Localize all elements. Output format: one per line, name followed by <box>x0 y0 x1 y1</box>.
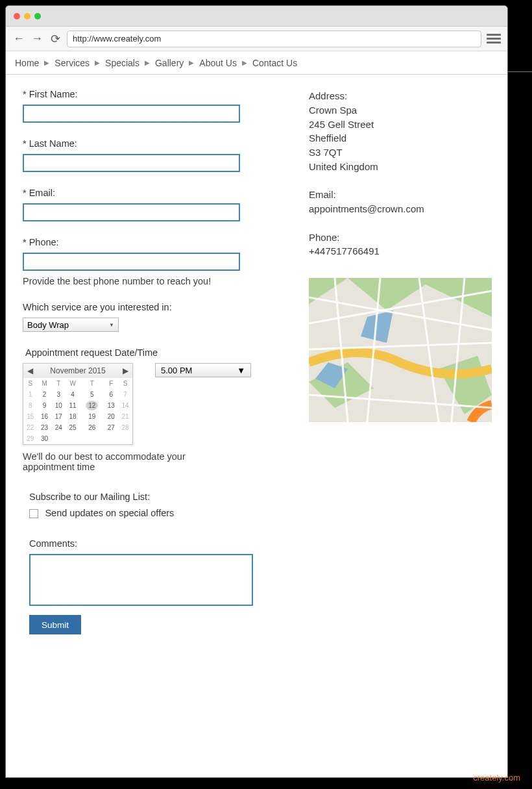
forward-button[interactable]: → <box>30 32 43 45</box>
email-label: Email: <box>309 188 490 202</box>
url-text: http://www.creately.com <box>73 34 161 44</box>
nav-gallery[interactable]: Gallery <box>155 58 184 68</box>
nav-services[interactable]: Services <box>54 58 90 68</box>
calendar-day[interactable]: 26 <box>80 422 104 433</box>
chevron-down-icon: ▼ <box>109 322 114 328</box>
calendar-day[interactable]: 1 <box>23 389 38 400</box>
window-titlebar <box>6 6 507 27</box>
service-label: Which service are you interested in: <box>23 302 276 312</box>
calendar-day[interactable]: 2 <box>38 389 52 400</box>
appointment-label: Appointment request Date/Time <box>25 347 276 358</box>
calendar-month: November 2015 <box>33 366 123 375</box>
comments-textarea[interactable] <box>29 554 253 606</box>
phone-label: * Phone: <box>23 237 276 247</box>
calendar-day[interactable]: 28 <box>118 422 132 433</box>
last-name-input[interactable] <box>23 154 240 172</box>
browser-toolbar: ← → ⟳ http://www.creately.com <box>6 27 507 51</box>
site-nav: Home▶ Services▶ Specials▶ Gallery▶ About… <box>6 51 507 75</box>
calendar-day[interactable]: 30 <box>38 433 52 444</box>
back-button[interactable]: ← <box>12 32 25 45</box>
calendar-day[interactable]: 13 <box>104 400 118 411</box>
service-select[interactable]: Body Wrap ▼ <box>23 318 119 332</box>
calendar-day[interactable]: 25 <box>66 422 80 433</box>
calendar-day[interactable]: 29 <box>23 433 38 444</box>
address-line: 245 Gell Street <box>309 118 490 132</box>
calendar-day[interactable]: 6 <box>104 389 118 400</box>
address-line: Sheffield <box>309 131 490 145</box>
first-name-label: * First Name: <box>23 89 276 99</box>
connector-line <box>508 71 532 72</box>
calendar-day[interactable]: 9 <box>38 400 52 411</box>
appointment-hint: We'll do our best to accommodate your ap… <box>23 451 217 472</box>
calendar-grid: SMTWTFS 12345678910111213141516171819202… <box>23 378 132 444</box>
address-bar[interactable]: http://www.creately.com <box>67 31 481 47</box>
subscribe-label: Subscribe to our Mailing List: <box>29 492 276 502</box>
phone-input[interactable] <box>23 253 240 271</box>
calendar-day[interactable]: 4 <box>66 389 80 400</box>
map-image <box>309 278 492 422</box>
calendar-day[interactable]: 19 <box>80 411 104 422</box>
cal-next-icon[interactable]: ▶ <box>123 366 128 375</box>
last-name-label: * Last Name: <box>23 138 276 149</box>
reload-button[interactable]: ⟳ <box>49 32 62 46</box>
calendar-day[interactable]: 8 <box>23 400 38 411</box>
calendar-day[interactable] <box>66 433 80 444</box>
subscribe-checkbox[interactable] <box>29 509 38 518</box>
browser-window: ← → ⟳ http://www.creately.com Home▶ Serv… <box>5 5 508 778</box>
chevron-right-icon: ▶ <box>242 59 247 66</box>
nav-contact[interactable]: Contact Us <box>252 58 297 68</box>
email-value: appointments@crown.com <box>309 202 490 216</box>
subscribe-option: Send updates on special offers <box>45 508 174 518</box>
contact-info: Address: Crown Spa 245 Gell Street Sheff… <box>309 89 490 650</box>
chevron-right-icon: ▶ <box>44 59 49 66</box>
calendar-day[interactable]: 18 <box>66 411 80 422</box>
maximize-icon[interactable] <box>34 13 41 19</box>
nav-about[interactable]: About Us <box>199 58 237 68</box>
service-value: Body Wrap <box>27 320 69 330</box>
watermark: creately.com <box>473 773 520 783</box>
minimize-icon[interactable] <box>24 13 30 19</box>
calendar-day[interactable]: 7 <box>118 389 132 400</box>
phone-info-label: Phone: <box>309 231 490 245</box>
chevron-right-icon: ▶ <box>145 59 150 66</box>
comments-label: Comments: <box>29 538 276 549</box>
phone-value: +447517766491 <box>309 244 490 258</box>
nav-specials[interactable]: Specials <box>105 58 139 68</box>
calendar-day[interactable]: 20 <box>104 411 118 422</box>
calendar[interactable]: ◀ November 2015 ▶ SMTWTFS 12345678910111… <box>23 363 133 445</box>
chevron-right-icon: ▶ <box>189 59 194 66</box>
chevron-down-icon: ▼ <box>237 366 245 375</box>
calendar-day[interactable]: 21 <box>118 411 132 422</box>
calendar-day[interactable]: 11 <box>66 400 80 411</box>
calendar-day[interactable]: 16 <box>38 411 52 422</box>
address-line: Crown Spa <box>309 103 490 118</box>
cal-prev-icon[interactable]: ◀ <box>27 366 33 375</box>
address-line: S3 7QT <box>309 145 490 160</box>
calendar-day[interactable]: 24 <box>52 422 66 433</box>
first-name-input[interactable] <box>23 105 240 123</box>
email-input[interactable] <box>23 203 240 221</box>
calendar-day[interactable]: 14 <box>118 400 132 411</box>
calendar-day[interactable] <box>118 433 132 444</box>
calendar-day[interactable]: 5 <box>80 389 104 400</box>
menu-icon[interactable] <box>487 34 501 44</box>
calendar-day[interactable]: 22 <box>23 422 38 433</box>
contact-form: * First Name: * Last Name: * Email: * Ph… <box>23 89 276 650</box>
calendar-day[interactable] <box>80 433 104 444</box>
calendar-day[interactable]: 15 <box>23 411 38 422</box>
calendar-day[interactable]: 10 <box>52 400 66 411</box>
calendar-day[interactable]: 17 <box>52 411 66 422</box>
calendar-day[interactable]: 23 <box>38 422 52 433</box>
calendar-day[interactable] <box>52 433 66 444</box>
submit-button[interactable]: Submit <box>29 615 81 634</box>
calendar-day[interactable]: 3 <box>52 389 66 400</box>
email-label: * Email: <box>23 188 276 198</box>
time-select[interactable]: 5.00 PM ▼ <box>155 363 251 377</box>
calendar-day[interactable]: 12 <box>80 400 104 411</box>
nav-home[interactable]: Home <box>15 58 39 68</box>
calendar-day[interactable] <box>104 433 118 444</box>
close-icon[interactable] <box>14 13 20 19</box>
calendar-day[interactable]: 27 <box>104 422 118 433</box>
phone-hint: Provide the best phone number to reach y… <box>23 276 276 286</box>
chevron-right-icon: ▶ <box>95 59 100 66</box>
